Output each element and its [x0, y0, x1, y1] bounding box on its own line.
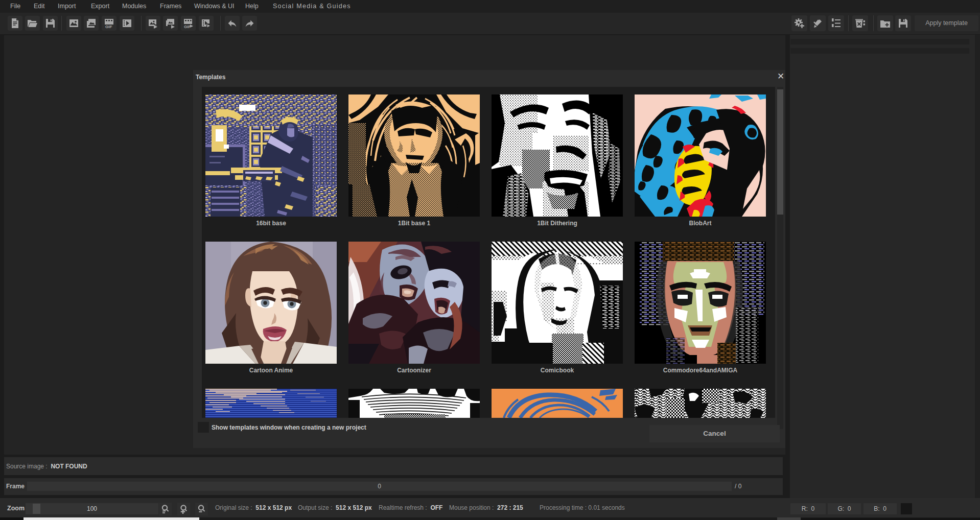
- svg-text:GIF: GIF: [184, 25, 191, 29]
- svg-text:GIF: GIF: [105, 25, 112, 29]
